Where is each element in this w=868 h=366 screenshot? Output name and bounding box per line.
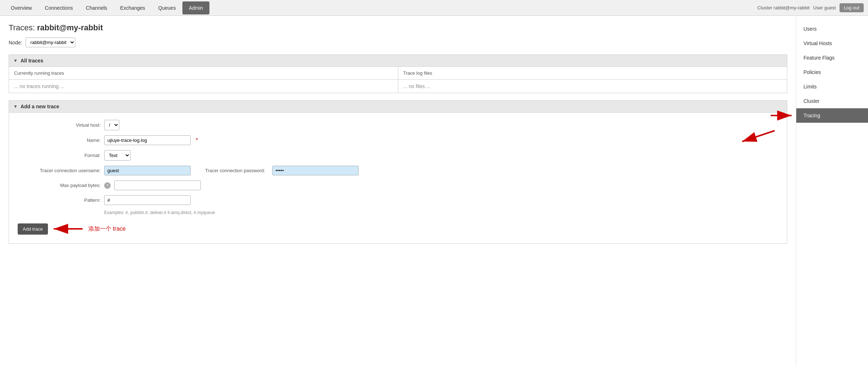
red-arrow-vhost	[735, 123, 778, 152]
traces-values: ... no traces running ... ... no files .…	[9, 80, 787, 93]
virtual-host-label: Virtual host:	[18, 122, 101, 128]
col-files-header: Trace log files	[398, 67, 787, 79]
page-title: Traces: rabbit@my-rabbit	[9, 23, 787, 32]
annotation-text: 添加一个 trace	[88, 225, 126, 233]
required-star: *	[196, 137, 198, 144]
col-files-value: ... no files ...	[398, 80, 787, 93]
col-running-value: ... no traces running ...	[9, 80, 398, 93]
button-row: Add trace 添加一个 trace	[18, 222, 778, 236]
max-payload-input[interactable]	[114, 180, 201, 190]
all-traces-label: All traces	[21, 58, 43, 64]
add-trace-form: Virtual host: / Name: * Format:	[9, 113, 787, 244]
red-arrow-button	[50, 222, 86, 236]
nav-overview[interactable]: Overview	[4, 1, 38, 14]
name-label: Name:	[18, 138, 101, 143]
tracer-password-label: Tracer connection password:	[205, 168, 265, 173]
add-trace-label: Add a new trace	[21, 104, 59, 109]
traces-area: Currently running traces Trace log files…	[9, 67, 787, 93]
nav-admin[interactable]: Admin	[182, 1, 210, 14]
add-trace-header[interactable]: ▼ Add a new trace	[9, 100, 787, 113]
nav-left: Overview Connections Channels Exchanges …	[4, 1, 757, 14]
virtual-host-select[interactable]: /	[104, 120, 119, 130]
help-icon[interactable]: ?	[104, 182, 111, 189]
max-payload-label: Max payload bytes:	[18, 183, 101, 188]
nav-right: Cluster rabbit@my-rabbit User guest Log …	[757, 3, 864, 12]
sidebar-item-tracing[interactable]: Tracing	[796, 108, 868, 123]
node-select[interactable]: rabbit@my-rabbit	[26, 38, 75, 47]
tracer-username-input[interactable]	[104, 166, 191, 175]
sidebar-item-cluster[interactable]: Cluster	[796, 94, 868, 108]
user-info: User guest	[813, 5, 836, 10]
content-area: Traces: rabbit@my-rabbit Node: rabbit@my…	[0, 16, 796, 366]
sidebar-item-policies[interactable]: Policies	[796, 65, 868, 79]
pattern-label: Pattern:	[18, 197, 101, 203]
nav-connections[interactable]: Connections	[38, 1, 79, 14]
top-nav: Overview Connections Channels Exchanges …	[0, 0, 868, 16]
sidebar-item-users[interactable]: Users	[796, 22, 868, 36]
format-select[interactable]: Text JSON	[104, 150, 130, 161]
sidebar-item-virtual-hosts[interactable]: Virtual Hosts	[796, 36, 868, 51]
tracer-username-label: Tracer connection username:	[18, 168, 101, 173]
all-traces-header[interactable]: ▼ All traces	[9, 55, 787, 67]
nav-queues[interactable]: Queues	[152, 1, 182, 14]
pattern-hint: Examples: #, publish.#, deliver.# #.amq.…	[104, 210, 728, 215]
node-label: Node:	[9, 40, 22, 45]
add-trace-arrow: ▼	[13, 104, 18, 109]
node-row: Node: rabbit@my-rabbit	[9, 38, 787, 47]
svg-line-1	[742, 131, 775, 141]
virtual-host-row: Virtual host: /	[18, 120, 728, 130]
traces-headers: Currently running traces Trace log files	[9, 67, 787, 80]
sidebar: Users Virtual Hosts Feature Flags Polici…	[796, 16, 868, 366]
tracer-row: Tracer connection username: Tracer conne…	[18, 166, 728, 175]
nav-exchanges[interactable]: Exchanges	[114, 1, 151, 14]
nav-channels[interactable]: Channels	[79, 1, 114, 14]
sidebar-item-feature-flags[interactable]: Feature Flags	[796, 51, 868, 65]
main-layout: Traces: rabbit@my-rabbit Node: rabbit@my…	[0, 16, 868, 366]
col-running-header: Currently running traces	[9, 67, 398, 79]
pattern-input[interactable]	[104, 195, 191, 205]
add-trace-button[interactable]: Add trace	[18, 223, 48, 235]
collapse-arrow: ▼	[13, 58, 18, 63]
red-arrow-tracing	[767, 106, 796, 125]
pattern-row: Pattern:	[18, 195, 728, 205]
name-row: Name: *	[18, 135, 728, 145]
cluster-info: Cluster rabbit@my-rabbit	[757, 5, 810, 10]
format-label: Format:	[18, 153, 101, 158]
sidebar-item-limits[interactable]: Limits	[796, 79, 868, 94]
format-row: Format: Text JSON	[18, 150, 728, 161]
max-payload-row: Max payload bytes: ?	[18, 180, 728, 190]
name-input[interactable]	[104, 135, 191, 145]
tracer-password-input[interactable]	[272, 166, 359, 175]
logout-button[interactable]: Log out	[840, 3, 864, 12]
